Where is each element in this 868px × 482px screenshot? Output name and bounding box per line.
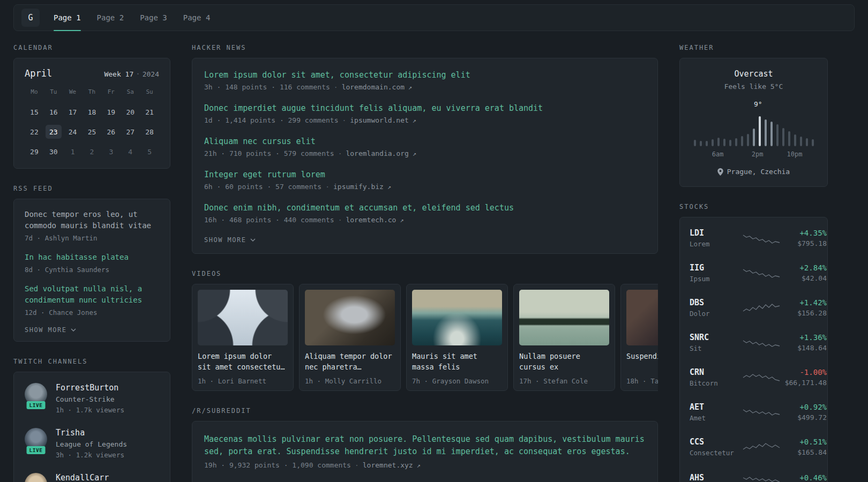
external-link-icon: ↗ [387,183,391,191]
calendar-month: April [25,68,52,79]
calendar-day: 4 [122,145,138,159]
weather-location-text: Prague, Czechia [727,168,790,176]
stock-symbol: SNRC [690,333,741,342]
rss-headline-link[interactable]: Donec tempor eros leo, ut commodo mauris… [25,209,159,231]
twitch-channel-row[interactable]: LIVE Trisha League of Legends 3h · 1.2k … [25,428,159,459]
stock-row[interactable]: LDI Lorem +4.35% $795.18 [690,221,818,255]
rss-item: Sed volutpat nulla nisl, a condimentum n… [25,283,159,317]
weather-bars [690,113,818,146]
stock-price: $42.04 [782,274,827,282]
calendar-day: 15 [26,105,42,119]
videos-row: Lorem ipsum dolor sit amet consectetu… 1… [192,284,658,391]
hn-story-link[interactable]: Lorem ipsum dolor sit amet, consectetur … [204,70,646,80]
calendar-day: 1 [65,145,81,159]
calendar-day: 27 [122,125,138,139]
weather-bar [770,122,773,146]
hn-source-link[interactable]: ipsumify.biz [333,183,384,191]
separator-dot: · [355,461,359,469]
tab-page-2[interactable]: Page 2 [97,5,124,31]
hackernews-widget: HACKER NEWS Lorem ipsum dolor sit amet, … [192,44,658,254]
hackernews-section-title: HACKER NEWS [192,44,658,51]
calendar-weekday-row: Mo Tu We Th Fr Sa Su [25,88,159,95]
weather-bar [782,128,784,146]
stock-values: +2.84% $42.04 [782,263,827,282]
hn-item-meta: 16h · 468 points · 440 comments · loremt… [204,216,646,224]
reddit-meta-text: 19h · 9,932 points · 1,090 comments [204,461,351,469]
rss-item-meta: 8d · Cynthia Saunders [25,266,159,274]
weekday-label: Su [140,88,159,95]
video-meta: 18h · Tara [626,377,658,385]
stock-sparkline [741,472,782,482]
channel-name: ForrestBurton [56,383,124,393]
stock-id: SNRC Sit [690,333,741,352]
stock-sparkline [741,266,782,280]
calendar-week: Week 17 [104,70,133,78]
stock-change: +0.51% [782,438,827,446]
calendar-widget: CALENDAR April Week 17·2024 Mo Tu We Th … [13,44,170,169]
rss-show-more-button[interactable]: SHOW MORE [25,326,159,334]
stock-change: +1.36% [782,333,827,342]
hn-item-meta: 21h · 710 points · 579 comments · loreml… [204,149,646,157]
weekday-label: Mo [25,88,44,95]
reddit-source-link[interactable]: loremnet.xyz [363,461,413,469]
live-badge: LIVE [27,401,46,409]
stock-row[interactable]: IIG Ipsum +2.84% $42.04 [690,255,818,290]
weather-bar [717,138,720,146]
video-card[interactable]: Suspendisse diam 18h · Tara [620,284,658,391]
video-thumbnail [626,290,658,345]
weather-bar [812,139,814,146]
rss-section-title: RSS FEED [13,185,170,192]
right-column: WEATHER Overcast Feels like 5°C 9° 6am 2… [679,44,828,482]
rss-headline-link[interactable]: Sed volutpat nulla nisl, a condimentum n… [25,283,159,306]
live-badge: LIVE [27,446,46,454]
stock-row[interactable]: CRN Bitcorn -1.00% $66,171.48 [690,360,818,395]
video-meta: 17h · Stefan Cole [519,377,609,385]
hn-source-link[interactable]: loremtech.co [346,216,396,224]
stock-name: Ipsum [690,275,741,283]
stock-row[interactable]: AHS +0.46% [690,464,818,482]
weather-bar [759,116,761,146]
stock-id: AET Amet [690,402,741,422]
dashboard-layout: CALENDAR April Week 17·2024 Mo Tu We Th … [0,31,868,482]
hn-story-link[interactable]: Integer eget rutrum lorem [204,170,646,179]
hn-source-link[interactable]: loremdomain.com [342,83,405,91]
reddit-post-link[interactable]: Maecenas mollis pulvinar erat non posuer… [204,433,646,458]
weather-bar [735,138,737,146]
chevron-down-icon [71,328,76,332]
twitch-card: LIVE ForrestBurton Counter-Strike 1h · 1… [13,372,170,482]
video-card[interactable]: Nullam posuere cursus ex 17h · Stefan Co… [513,284,615,391]
stock-symbol: CRN [690,367,741,377]
stock-row[interactable]: CCS Consectetur +0.51% $165.84 [690,430,818,464]
hn-show-more-button[interactable]: SHOW MORE [204,236,646,244]
stock-row[interactable]: DBS Dolor +1.42% $156.28 [690,290,818,325]
tab-page-4[interactable]: Page 4 [183,5,211,31]
chevron-down-icon [250,238,256,242]
weekday-label: Th [83,88,102,95]
stock-name: Dolor [690,310,741,318]
hn-item-meta: 6h · 60 points · 57 comments · ipsumify.… [204,183,646,191]
hn-story-link[interactable]: Donec imperdiet augue tincidunt felis al… [204,103,646,113]
hn-source-link[interactable]: ipsumworld.net [350,116,409,124]
hn-story-link[interactable]: Donec enim nibh, condimentum et accumsan… [204,203,646,213]
video-card[interactable]: Lorem ipsum dolor sit amet consectetu… 1… [192,284,294,391]
stock-id: DBS Dolor [690,298,741,318]
stock-change: +2.84% [782,263,827,272]
calendar-day: 28 [141,125,158,139]
twitch-channel-row[interactable]: LIVE KendallCarr [25,473,159,482]
video-thumbnail [198,290,288,345]
tab-page-3[interactable]: Page 3 [140,5,167,31]
rss-headline-link[interactable]: In hac habitasse platea [25,252,159,263]
stock-price: $499.72 [782,413,827,421]
stock-row[interactable]: SNRC Sit +1.36% $148.64 [690,325,818,360]
tab-page-1[interactable]: Page 1 [54,5,81,31]
video-card[interactable]: Mauris sit amet massa felis 7h · Grayson… [406,284,508,391]
video-card[interactable]: Aliquam tempor dolor nec pharetra… 1h · … [299,284,401,391]
hn-source-link[interactable]: loremlandia.org [346,149,408,157]
hn-story-link[interactable]: Aliquam nec cursus elit [204,137,646,146]
weekday-label: Tu [44,88,63,95]
stock-price: $66,171.48 [782,379,827,387]
twitch-channel-row[interactable]: LIVE ForrestBurton Counter-Strike 1h · 1… [25,383,159,414]
stock-row[interactable]: AET Amet +0.92% $499.72 [690,395,818,430]
separator-dot: · [338,149,342,157]
calendar-section-title: CALENDAR [13,44,170,51]
